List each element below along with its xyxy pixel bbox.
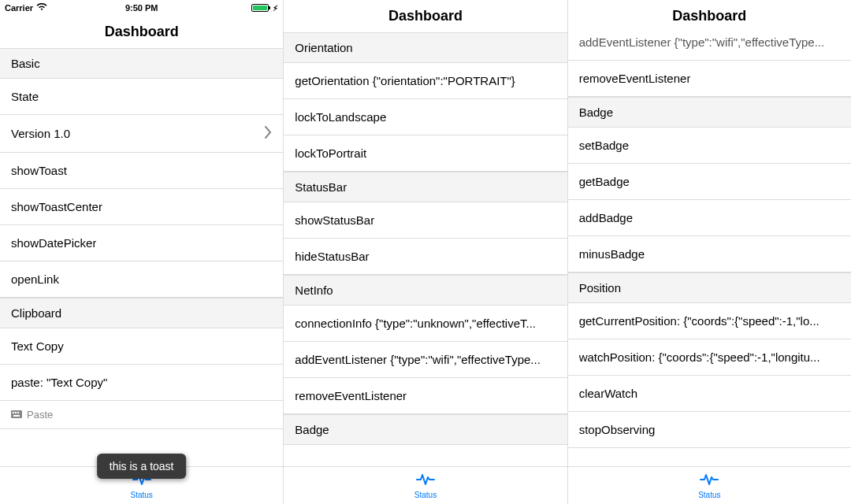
row-open-link[interactable]: openLink [0, 261, 283, 298]
section-orientation: Orientation [284, 32, 567, 63]
row-get-badge[interactable]: getBadge [568, 164, 851, 200]
section-position: Position [568, 272, 851, 303]
row-remove-event-listener[interactable]: removeEventListener [284, 378, 567, 414]
status-bar: Carrier 9:50 PM ⚡︎ [0, 0, 283, 16]
charging-icon: ⚡︎ [273, 4, 278, 13]
tab-label: Status [130, 491, 152, 499]
row-minus-badge[interactable]: minusBadge [568, 236, 851, 272]
wifi-icon [36, 3, 47, 13]
row-hide-statusbar[interactable]: hideStatusBar [284, 239, 567, 275]
row-add-event-listener[interactable]: addEventListener {"type":"wifi","effecti… [284, 342, 567, 378]
section-badge: Badge [568, 97, 851, 128]
tab-label: Status [414, 491, 437, 499]
page-title: Dashboard [568, 0, 851, 32]
svg-rect-2 [15, 412, 17, 413]
tab-bar[interactable]: Status [568, 466, 851, 504]
svg-rect-1 [13, 412, 14, 413]
list: Orientation getOrientation {"orientation… [284, 32, 567, 466]
row-get-current-position[interactable]: getCurrentPosition: {"coords":{"speed":-… [568, 303, 851, 339]
section-clipboard: Clipboard [0, 298, 283, 328]
row-set-badge[interactable]: setBadge [568, 128, 851, 164]
row-partial-top[interactable]: addEventListener {"type":"wifi","effecti… [568, 32, 851, 61]
row-watch-position[interactable]: watchPosition: {"coords":{"speed":-1,"lo… [568, 339, 851, 376]
row-show-toast-center[interactable]: showToastCenter [0, 189, 283, 225]
chevron-right-icon [264, 126, 272, 141]
section-netinfo: NetInfo [284, 275, 567, 306]
svg-rect-0 [11, 410, 22, 418]
screen-pane-1: Carrier 9:50 PM ⚡︎ Dashboard Basic State… [0, 0, 284, 504]
row-add-badge[interactable]: addBadge [568, 200, 851, 236]
svg-rect-4 [13, 415, 20, 417]
page-title: Dashboard [284, 0, 567, 32]
row-stop-observing[interactable]: stopObserving [568, 412, 851, 448]
row-clear-watch[interactable]: clearWatch [568, 376, 851, 412]
row-version[interactable]: Version 1.0 [0, 115, 283, 153]
row-show-date-picker[interactable]: showDatePicker [0, 225, 283, 261]
row-lock-landscape[interactable]: lockToLandscape [284, 99, 567, 135]
carrier-label: Carrier [5, 3, 33, 13]
tab-label: Status [698, 491, 720, 499]
row-connection-info[interactable]: connectionInfo {"type":"unknown","effect… [284, 306, 567, 342]
row-show-statusbar[interactable]: showStatusBar [284, 202, 567, 239]
screen-pane-3: Dashboard addEventListener {"type":"wifi… [568, 0, 851, 504]
row-text-copy[interactable]: Text Copy [0, 328, 283, 365]
battery-icon [251, 4, 269, 12]
toast: this is a toast [97, 454, 187, 479]
screen-pane-2: Dashboard Orientation getOrientation {"o… [284, 0, 567, 504]
clock-label: 9:50 PM [96, 3, 188, 13]
section-badge: Badge [284, 414, 567, 445]
svg-rect-3 [17, 412, 19, 413]
section-statusbar: StatusBar [284, 172, 567, 202]
row-paste[interactable]: paste: "Text Copy" [0, 365, 283, 401]
row-lock-portrait[interactable]: lockToPortrait [284, 135, 567, 172]
tab-bar[interactable]: Status [284, 466, 567, 504]
section-basic: Basic [0, 48, 283, 79]
list: Basic State Version 1.0 showToast showTo… [0, 48, 283, 466]
row-show-toast[interactable]: showToast [0, 153, 283, 189]
status-icon [700, 472, 719, 490]
keyboard-icon [11, 409, 22, 421]
row-remove-event-listener[interactable]: removeEventListener [568, 61, 851, 97]
list: addEventListener {"type":"wifi","effecti… [568, 32, 851, 466]
status-icon [416, 472, 435, 490]
page-title: Dashboard [0, 16, 283, 48]
row-get-orientation[interactable]: getOrientation {"orientation":"PORTRAIT"… [284, 63, 567, 99]
row-state[interactable]: State [0, 79, 283, 115]
row-paste-hint[interactable]: Paste [0, 401, 283, 429]
